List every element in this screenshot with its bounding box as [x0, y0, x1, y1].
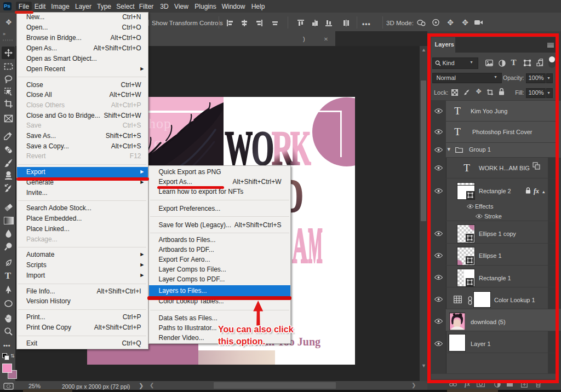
svg-text:A: A: [292, 217, 307, 273]
svg-text:K: K: [290, 122, 311, 175]
svg-text:M: M: [308, 217, 322, 274]
